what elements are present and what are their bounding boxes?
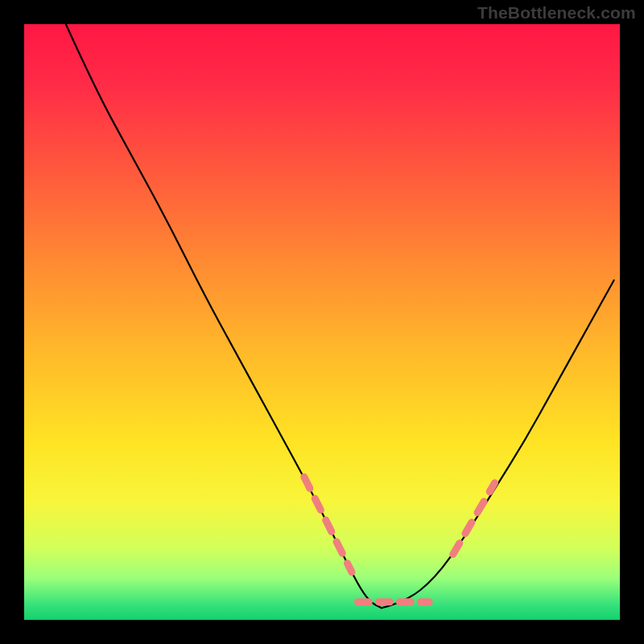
watermark-text: TheBottleneck.com bbox=[477, 3, 636, 23]
chart-stage: TheBottleneck.com bbox=[0, 0, 644, 644]
plot-background bbox=[24, 24, 620, 620]
bottleneck-curve-chart bbox=[0, 0, 644, 644]
